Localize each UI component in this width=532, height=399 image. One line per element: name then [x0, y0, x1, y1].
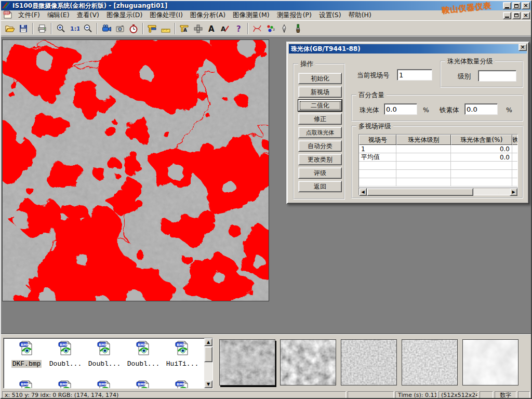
op-button-6[interactable]: 更改类别: [298, 154, 342, 165]
scroll-down-icon[interactable]: ▼: [204, 380, 212, 388]
file-name[interactable]: Doubl...: [48, 360, 83, 368]
op-button-0[interactable]: 初始化: [298, 73, 342, 84]
op-button-4[interactable]: 点取珠光体: [298, 127, 342, 138]
bmp-file-icon[interactable]: BMP: [86, 340, 123, 358]
menu-f[interactable]: 文件(F): [15, 10, 44, 20]
ruler-icon[interactable]: [159, 22, 172, 35]
capture-icon[interactable]: [113, 22, 127, 35]
zoom-out-icon[interactable]: [81, 22, 95, 35]
thumbnail-4[interactable]: [402, 339, 458, 385]
mdi-minimize-button[interactable]: [503, 12, 511, 19]
file-item[interactable]: BMPDoubl...: [47, 340, 84, 368]
brush-icon[interactable]: [291, 22, 304, 35]
file-list-scrollbar[interactable]: ▲▼: [204, 338, 212, 388]
file-item-clipped[interactable]: BMP: [125, 380, 162, 389]
toolbar-separator: [32, 23, 33, 34]
print-icon[interactable]: [35, 22, 49, 35]
scrollbar-thumb[interactable]: [204, 347, 212, 362]
timer-icon[interactable]: [127, 22, 140, 35]
mdi-close-button[interactable]: ×: [522, 12, 530, 19]
op-button-1[interactable]: 新视场: [298, 86, 342, 98]
scrollbar-thumb[interactable]: [367, 188, 473, 196]
file-item[interactable]: BMPDKF.bmp: [8, 340, 45, 368]
ferrite-percent-input[interactable]: [464, 103, 498, 115]
zoom-in-icon[interactable]: [54, 22, 68, 35]
multiview-table[interactable]: 视场号珠光体级别珠光体含量(%)铁素体含量(%)10.0平均值0.0: [358, 134, 518, 188]
table-row[interactable]: 10.0: [359, 145, 518, 153]
micrograph-image[interactable]: [2, 39, 269, 301]
scrollbar-track[interactable]: [473, 188, 510, 195]
annotate-icon[interactable]: A: [218, 22, 232, 35]
file-item-clipped[interactable]: BMP: [47, 380, 84, 389]
curve-icon[interactable]: [250, 22, 264, 35]
op-button-7[interactable]: 评级: [298, 167, 342, 179]
file-item-clipped[interactable]: BMP: [164, 380, 201, 389]
open-icon[interactable]: [3, 22, 17, 35]
op-button-5[interactable]: 自动分类: [298, 140, 342, 152]
op-button-2[interactable]: 二值化: [298, 100, 342, 111]
file-item[interactable]: BMPHuiTi...: [164, 340, 201, 368]
menu-e[interactable]: 编辑(E): [44, 10, 73, 20]
bmp-file-icon[interactable]: BMP: [125, 340, 162, 358]
file-item-clipped[interactable]: BMP: [8, 380, 45, 389]
video-camera-icon[interactable]: [100, 22, 113, 35]
file-name[interactable]: HuiTi...: [165, 360, 200, 368]
picker-icon[interactable]: [277, 22, 291, 35]
table-row[interactable]: [359, 178, 518, 187]
file-name[interactable]: Doubl...: [126, 360, 161, 368]
file-list[interactable]: BMPDKF.bmpBMPBMPDoubl...BMPBMPDoubl...BM…: [3, 338, 213, 389]
scroll-left-icon[interactable]: ◀: [359, 188, 367, 196]
file-item[interactable]: BMPDoubl...: [86, 340, 123, 368]
particles-icon[interactable]: 3: [264, 22, 277, 35]
bmp-file-icon[interactable]: BMP: [8, 340, 45, 358]
dialog-close-button[interactable]: ×: [518, 44, 527, 51]
menu-a[interactable]: 图像分析(A): [187, 10, 229, 20]
scroll-up-icon[interactable]: ▲: [204, 338, 212, 346]
menu-i[interactable]: 图像处理(I): [146, 10, 186, 20]
table-cell: [396, 162, 451, 170]
status-mode: 数字: [495, 391, 516, 399]
text-icon[interactable]: A: [205, 22, 218, 35]
op-button-8[interactable]: 返回: [298, 181, 342, 192]
current-view-input[interactable]: [397, 69, 432, 81]
menu-h[interactable]: 帮助(H): [345, 10, 375, 20]
file-item-clipped[interactable]: BMP: [86, 380, 123, 389]
pattern-icon[interactable]: [191, 22, 205, 35]
table-row[interactable]: [359, 162, 518, 170]
table-cell: 0.0: [451, 145, 512, 153]
menu-s[interactable]: 设置(S): [315, 10, 345, 20]
menu-d[interactable]: 图像显示(D): [103, 10, 146, 20]
save-icon[interactable]: [17, 22, 30, 35]
column-header[interactable]: 铁素体含量(%): [512, 135, 518, 145]
document-icon[interactable]: DOC: [3, 10, 12, 20]
thumbnail-1[interactable]: [219, 339, 275, 385]
file-name[interactable]: DKF.bmp: [11, 360, 42, 368]
column-header[interactable]: 视场号: [359, 135, 396, 145]
file-item[interactable]: BMPDoubl...: [125, 340, 162, 368]
menu-v[interactable]: 查看(V): [73, 10, 103, 20]
bmp-file-icon[interactable]: BMP: [47, 340, 84, 358]
column-header[interactable]: 珠光体级别: [396, 135, 451, 145]
mdi-restore-button[interactable]: [512, 12, 521, 19]
status-empty-3: [518, 391, 530, 399]
help-icon[interactable]: ?: [232, 22, 245, 35]
level-input[interactable]: [478, 70, 516, 82]
bmp-file-icon[interactable]: BMP: [164, 340, 201, 358]
menu-m[interactable]: 图像测量(M): [229, 10, 273, 20]
pearlite-percent-input[interactable]: [384, 103, 417, 115]
thumbnail-3[interactable]: [341, 339, 397, 385]
column-header[interactable]: 珠光体含量(%): [451, 135, 512, 145]
menu-p[interactable]: 测量报告(P): [273, 10, 315, 20]
file-name[interactable]: Doubl...: [87, 360, 122, 368]
measure-text-icon[interactable]: A: [178, 22, 191, 35]
thumbnail-2[interactable]: [280, 339, 336, 385]
table-row[interactable]: [359, 170, 518, 178]
op-button-3[interactable]: 修正: [298, 113, 342, 125]
thumbnail-5[interactable]: [462, 339, 518, 385]
table-row[interactable]: 平均值0.0: [359, 153, 518, 162]
dialog-title-bar[interactable]: 珠光体(GB/T9441-88): [289, 44, 527, 54]
caliper-icon[interactable]: [145, 22, 159, 35]
actual-size-icon[interactable]: 1:1: [68, 22, 81, 35]
scroll-right-icon[interactable]: ▶: [510, 188, 517, 196]
table-hscrollbar[interactable]: ◀ ▶: [358, 188, 518, 195]
